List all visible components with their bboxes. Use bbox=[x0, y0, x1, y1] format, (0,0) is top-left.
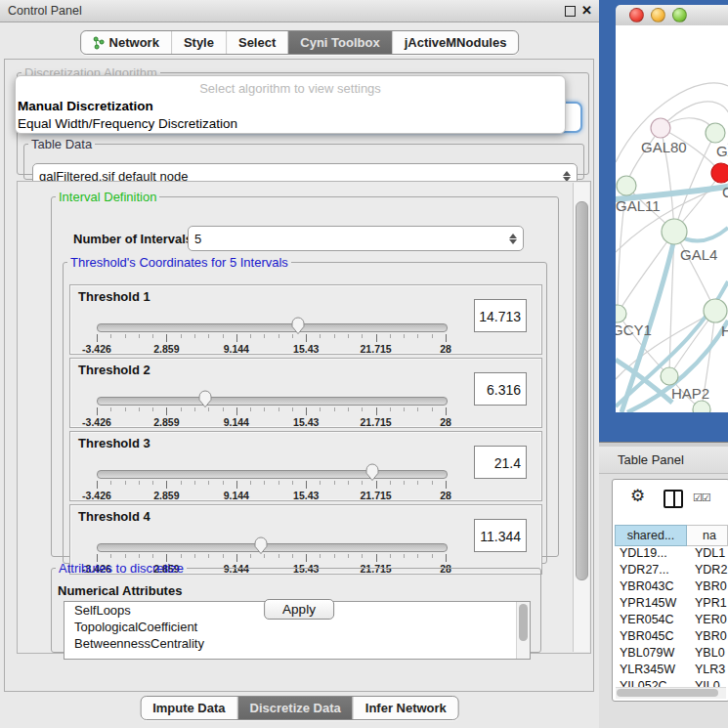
node-gal80[interactable] bbox=[651, 118, 670, 138]
threshold-2-value[interactable]: 6.316 bbox=[474, 372, 527, 406]
network-view-window: GAL80 GA C GAL11 GAL4 GCY1 H HAP2 bbox=[599, 0, 728, 442]
table-data-label: Table Data bbox=[28, 137, 95, 151]
slider-thumb[interactable] bbox=[197, 390, 213, 408]
float-window-icon[interactable] bbox=[565, 6, 576, 17]
slider-thumb[interactable] bbox=[290, 317, 306, 335]
threshold-2-slider[interactable]: -3.4262.8599.14415.4321.71528 bbox=[97, 394, 446, 425]
node-label-partial-h: H bbox=[721, 322, 728, 339]
slider-track[interactable] bbox=[97, 543, 448, 552]
tab-infer-network[interactable]: Infer Network bbox=[354, 697, 458, 719]
table-panel-body: ⚙ ☑☑ shared... na YDL19...YDL1 YDR27...Y… bbox=[612, 479, 728, 702]
threshold-3-slider[interactable]: -3.4262.8599.14415.4321.71528 bbox=[97, 467, 446, 498]
table-row[interactable]: YER054CYER0 bbox=[615, 613, 728, 629]
algorithm-settings-panel: Interval Definition Number of Intervals … bbox=[17, 181, 591, 654]
number-of-intervals-combobox[interactable]: 5 bbox=[188, 226, 524, 251]
attributes-group-title: Attributes to discretize bbox=[56, 561, 187, 576]
thresholds-group-title: Threshold's Coordinates for 5 Intervals bbox=[67, 255, 291, 270]
node-bottom[interactable] bbox=[693, 401, 710, 412]
cyni-toolbox-panel: Discretization Algorithm Table Data galF… bbox=[4, 59, 594, 692]
tab-select[interactable]: Select bbox=[227, 31, 288, 54]
popup-option-manual-discretization[interactable]: Manual Discretization bbox=[16, 98, 565, 115]
combo-arrows-icon bbox=[509, 234, 517, 244]
tab-discretize-data[interactable]: Discretize Data bbox=[238, 697, 354, 719]
close-window-icon[interactable]: ✕ bbox=[581, 3, 592, 18]
list-item[interactable]: TopologicalCoefficient bbox=[64, 619, 530, 635]
column-split-icon[interactable] bbox=[664, 490, 683, 508]
table-row[interactable]: YBL079WYBL0 bbox=[615, 646, 728, 663]
cyni-mode-tabbar: Impute Data Discretize Data Infer Networ… bbox=[140, 696, 459, 720]
threshold-3-panel: Threshold 3 -3.4262.8599.14415.4321.7152… bbox=[69, 431, 542, 501]
tab-jactivemnodules[interactable]: jActiveMNodules bbox=[393, 31, 519, 54]
close-traffic-light-icon[interactable] bbox=[629, 8, 644, 22]
column-header-name[interactable]: na bbox=[687, 525, 728, 546]
tab-cyni-toolbox[interactable]: Cyni Toolbox bbox=[288, 31, 392, 54]
node-top-right[interactable] bbox=[706, 123, 725, 143]
control-panel-tabbar: Network Style Select Cyni Toolbox jActiv… bbox=[80, 30, 520, 55]
table-row[interactable]: YBR043CYBR0 bbox=[615, 579, 728, 596]
threshold-1-panel: Threshold 1 -3.4262.8599.14415.4321.7152… bbox=[69, 284, 542, 355]
node-label-partial-ga: GA bbox=[716, 143, 728, 159]
node-gcy1[interactable] bbox=[616, 305, 626, 322]
number-of-intervals-label: Number of Intervals bbox=[73, 232, 193, 246]
algorithm-dropdown-popup: Select algorithm to view settings Manual… bbox=[15, 75, 566, 134]
table-row[interactable]: YDL19...YDL1 bbox=[615, 546, 728, 563]
tab-impute-data[interactable]: Impute Data bbox=[141, 697, 237, 719]
node-selected-red[interactable] bbox=[711, 163, 728, 183]
network-icon bbox=[93, 36, 105, 50]
node-label-gal11: GAL11 bbox=[616, 197, 661, 214]
table-row[interactable]: YPR145WYPR1 bbox=[615, 596, 728, 613]
scrollbar-thumb[interactable] bbox=[576, 201, 588, 580]
select-columns-icon[interactable]: ☑☑ bbox=[693, 492, 710, 504]
table-row[interactable]: YDR27...YDR2 bbox=[615, 563, 728, 579]
column-header-shared-name[interactable]: shared... bbox=[615, 525, 687, 546]
table-row[interactable]: YBR045CYBR0 bbox=[615, 629, 728, 646]
interval-definition-group: Interval Definition Number of Intervals … bbox=[51, 190, 559, 557]
slider-track[interactable] bbox=[97, 397, 448, 406]
thresholds-group: Threshold's Coordinates for 5 Intervals … bbox=[63, 255, 547, 564]
control-panel-window: Control Panel ✕ Network Style Select Cyn… bbox=[0, 0, 600, 728]
combo-arrows-icon bbox=[563, 171, 571, 182]
minimize-traffic-light-icon[interactable] bbox=[651, 8, 665, 22]
apply-button[interactable]: Apply bbox=[264, 599, 334, 620]
tab-style[interactable]: Style bbox=[172, 31, 227, 54]
slider-track[interactable] bbox=[97, 470, 448, 479]
node-label-gal80: GAL80 bbox=[641, 139, 687, 155]
node-gal4[interactable] bbox=[662, 219, 687, 244]
popup-option-equal-width-frequency[interactable]: Equal Width/Frequency Discretization bbox=[16, 115, 565, 133]
table-horizontal-scrollbar[interactable] bbox=[616, 687, 726, 699]
network-graph: GAL80 GA C GAL11 GAL4 GCY1 H HAP2 bbox=[616, 25, 728, 412]
list-item[interactable]: BetweennessCentrality bbox=[64, 635, 530, 652]
threshold-2-panel: Threshold 2 -3.4262.8599.14415.4321.7152… bbox=[69, 358, 542, 428]
table-header-row: shared... na bbox=[615, 525, 728, 546]
node-gal11[interactable] bbox=[617, 176, 636, 195]
table-panel-titlebar: Table Panel bbox=[599, 447, 728, 474]
table-row[interactable]: YLR345WYLR3 bbox=[615, 663, 728, 679]
threshold-3-value[interactable]: 21.4 bbox=[474, 446, 527, 479]
table-panel-title: Table Panel bbox=[618, 452, 684, 467]
node-label-partial-c: C bbox=[722, 184, 728, 200]
node-label-gal4: GAL4 bbox=[680, 246, 717, 263]
table-data-group: Table Data galFiltered.sif default node bbox=[23, 137, 584, 180]
node-hap2[interactable] bbox=[661, 367, 678, 385]
node-h[interactable] bbox=[704, 299, 727, 322]
slider-thumb[interactable] bbox=[253, 536, 269, 555]
threshold-4-value[interactable]: 11.344 bbox=[474, 519, 527, 552]
zoom-traffic-light-icon[interactable] bbox=[672, 8, 687, 22]
network-canvas[interactable]: GAL80 GA C GAL11 GAL4 GCY1 H HAP2 bbox=[616, 25, 728, 412]
window-title: Control Panel bbox=[8, 4, 82, 18]
scrollbar-thumb[interactable] bbox=[617, 689, 718, 697]
threshold-1-slider[interactable]: -3.4262.8599.14415.4321.71528 bbox=[97, 321, 446, 352]
node-label-hap2: HAP2 bbox=[671, 385, 709, 402]
list-scrollbar[interactable] bbox=[516, 602, 530, 659]
slider-thumb[interactable] bbox=[364, 463, 380, 482]
settings-scrollbar[interactable] bbox=[573, 183, 589, 652]
gear-icon[interactable]: ⚙ bbox=[630, 488, 645, 504]
tab-network-label: Network bbox=[109, 35, 159, 50]
scrollbar-thumb[interactable] bbox=[519, 604, 528, 641]
numerical-attributes-label: Numerical Attributes bbox=[58, 583, 182, 598]
slider-track[interactable] bbox=[97, 323, 448, 332]
interval-definition-title: Interval Definition bbox=[56, 190, 159, 204]
tab-network[interactable]: Network bbox=[81, 31, 172, 54]
node-label-gcy1: GCY1 bbox=[616, 321, 652, 338]
threshold-1-value[interactable]: 14.713 bbox=[474, 299, 527, 332]
